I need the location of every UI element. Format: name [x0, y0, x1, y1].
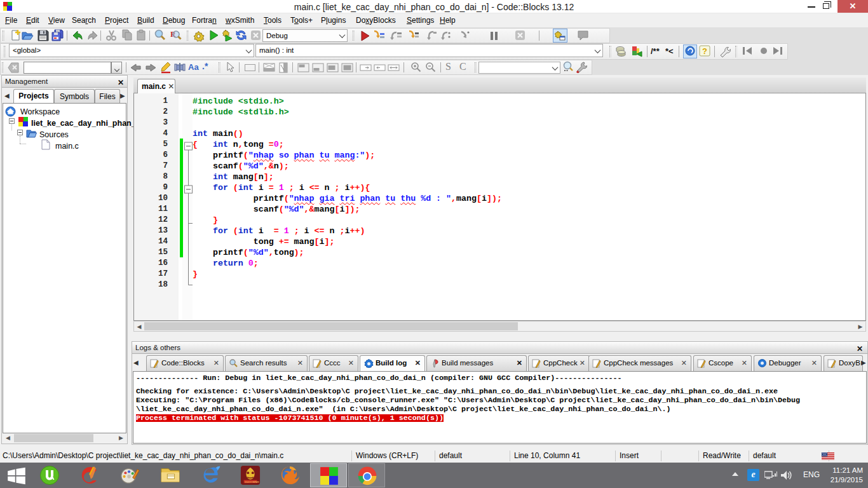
svg-text:?: ?: [702, 46, 707, 56]
svg-text:DUOI HINH: DUOI HINH: [245, 480, 259, 484]
